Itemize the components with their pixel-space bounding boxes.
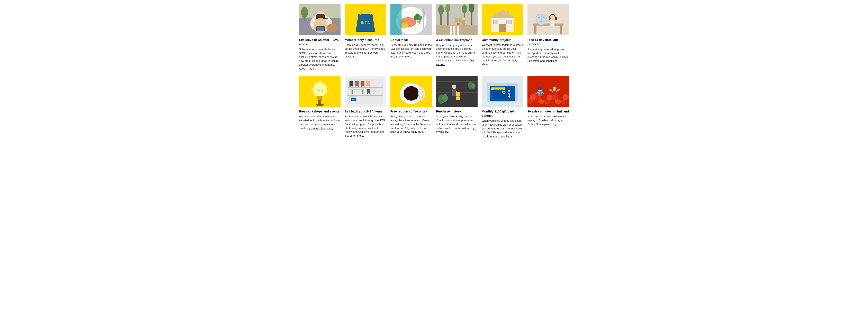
svg-rect-70: [560, 26, 562, 34]
card-title-gift-card: Monthly $100 gift card contest: [482, 109, 523, 118]
card-title-sellback: Sell back your IKEA items: [345, 109, 386, 114]
svg-rect-133: [471, 88, 472, 90]
card-image-asis: [436, 4, 477, 35]
card-title-community: Community projects: [482, 38, 523, 42]
svg-point-154: [508, 92, 510, 95]
card-smaland: 5 30 extra minutes in Småland Your kids …: [527, 76, 569, 139]
svg-rect-103: [361, 83, 365, 84]
svg-point-61: [504, 28, 505, 29]
card-image-discounts: IKEA: [345, 4, 386, 35]
card-title-workshops: Free workshops and events: [299, 109, 341, 114]
svg-rect-174: [538, 89, 542, 90]
card-title-bonus-meal: Bonus meal: [391, 38, 432, 42]
svg-text:5: 5: [539, 92, 540, 94]
card-image-smaland: 5: [527, 76, 569, 107]
card-desc-workshops: We share our home furnishing knowledge, …: [299, 115, 341, 130]
svg-point-41: [462, 4, 467, 13]
svg-rect-47: [457, 26, 459, 35]
card-link-bonus-meal[interactable]: Learn more.: [398, 55, 412, 58]
svg-rect-73: [555, 17, 557, 20]
card-coffee: Free regular coffee or tea Every time yo…: [391, 76, 432, 139]
svg-point-29: [418, 22, 420, 24]
card-sellback: IKEA Sell back your IKEA items Exchange …: [345, 76, 386, 139]
card-link-coffee[interactable]: scan your IKEA Family card.: [391, 130, 424, 133]
svg-rect-62: [506, 11, 509, 16]
svg-line-137: [456, 91, 457, 94]
svg-rect-180: [553, 91, 556, 94]
card-link-gift-card[interactable]: See terms and conditions.: [482, 134, 512, 138]
svg-point-183: [553, 88, 554, 89]
svg-rect-107: [366, 83, 370, 84]
card-link-sellback[interactable]: Learn more.: [349, 134, 364, 137]
svg-point-27: [417, 21, 419, 22]
card-breakage: Free 14 day breakage protection If somet…: [527, 4, 569, 71]
card-image-bonus-meal: [391, 4, 432, 35]
svg-point-155: [508, 95, 510, 97]
svg-rect-99: [355, 83, 359, 84]
svg-point-153: [508, 90, 510, 92]
card-title-discounts: Member-only discounts: [345, 38, 386, 42]
svg-point-179: [552, 87, 556, 91]
svg-rect-10: [317, 27, 324, 31]
svg-rect-108: [367, 84, 367, 87]
svg-rect-128: [436, 81, 477, 82]
card-workshops: Free workshops and events We share our h…: [299, 76, 341, 139]
card-desc-purchase-history: Scan your IKEA Family card at Check-outs…: [436, 115, 477, 134]
card-link-breakage[interactable]: See terms and conditions.: [527, 59, 558, 62]
svg-point-132: [471, 83, 475, 89]
svg-rect-96: [350, 84, 351, 87]
svg-point-11: [301, 7, 308, 18]
svg-rect-110: [350, 89, 364, 90]
svg-rect-46: [454, 26, 456, 35]
svg-point-168: [547, 94, 553, 101]
card-asis: As-is online marketplace Help give our g…: [436, 4, 477, 71]
svg-point-26: [414, 16, 418, 20]
card-image-workshops: [299, 76, 341, 107]
svg-point-53: [462, 17, 465, 20]
svg-text:IKEA Family: IKEA Family: [494, 88, 503, 90]
svg-rect-15: [356, 31, 375, 32]
svg-rect-100: [355, 84, 356, 87]
card-community: Community projects We want to work toget…: [482, 4, 523, 71]
svg-rect-95: [349, 83, 353, 84]
card-purchase-history: IKEA Purchase history Scan your IKEA Fam…: [436, 76, 477, 139]
svg-point-171: [562, 94, 568, 100]
svg-point-169: [552, 94, 558, 100]
card-desc-coffee: Every time you visit, there will always …: [391, 115, 432, 134]
svg-rect-101: [358, 84, 359, 87]
card-image-sellback: IKEA: [345, 76, 386, 107]
svg-point-167: [541, 94, 547, 100]
svg-rect-34: [391, 4, 401, 35]
svg-point-165: [530, 94, 536, 100]
card-title-newsletter: Exclusive newsletter + SMS alerts: [299, 38, 341, 46]
card-link-workshops[interactable]: See what's happening.: [307, 127, 334, 130]
svg-text:IKEA: IKEA: [457, 96, 460, 97]
card-gift-card: IKEA Family $100 Monthly $100 gift card …: [482, 76, 523, 139]
svg-rect-86: [318, 99, 322, 100]
card-desc-asis: Help give our gently used items a second…: [436, 43, 477, 66]
svg-point-123: [405, 87, 418, 99]
svg-point-125: [407, 91, 411, 93]
card-image-gift-card: IKEA Family $100: [482, 76, 523, 107]
svg-rect-72: [549, 17, 550, 20]
svg-rect-67: [527, 4, 569, 35]
svg-rect-54: [462, 20, 465, 25]
svg-point-139: [442, 94, 448, 102]
svg-rect-109: [369, 84, 370, 87]
svg-point-184: [555, 88, 556, 89]
svg-rect-74: [550, 21, 554, 26]
card-desc-sellback: Exchange your old IKEA items for an in-s…: [345, 115, 386, 138]
svg-rect-69: [534, 26, 536, 34]
svg-rect-45: [450, 26, 452, 35]
card-discounts: IKEA Member-only discounts Because you d…: [345, 4, 386, 71]
card-desc-discounts: Because you deserve more. Look out for t…: [345, 43, 386, 59]
card-image-purchase-history: IKEA: [436, 76, 477, 107]
svg-rect-135: [452, 89, 456, 96]
card-image-community: [482, 4, 523, 35]
card-link-newsletter[interactable]: Keep in touch.: [299, 67, 316, 70]
svg-text:IKEA: IKEA: [361, 21, 370, 25]
svg-point-13: [327, 24, 338, 32]
svg-rect-111: [351, 90, 352, 94]
benefits-grid: Exclusive newsletter + SMS alerts Subscr…: [299, 4, 569, 138]
card-desc-community: We want to work together to create a bet…: [482, 43, 523, 66]
